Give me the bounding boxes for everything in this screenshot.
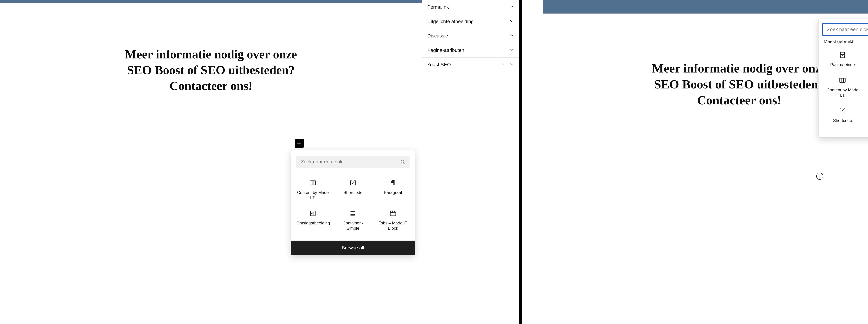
plus-icon <box>818 174 822 178</box>
chevron-up-icon <box>500 62 504 68</box>
plus-icon <box>296 140 302 146</box>
search-icon <box>400 159 405 164</box>
block-pagina-einde[interactable]: Pagina-einde <box>820 46 865 72</box>
panel-yoast-seo[interactable]: Yoast SEO <box>422 58 519 72</box>
heading-line: SEO Boost of SEO uitbesteden? <box>127 63 295 77</box>
block-tabs-madeit[interactable]: Tabs – Made IT Block <box>373 205 413 235</box>
chevron-down-icon <box>509 47 514 53</box>
heading-line: SEO Boost of SEO uitbesteden? <box>654 77 824 91</box>
editor-canvas[interactable]: Meer informatie nodig over onze SEO Boos… <box>0 0 422 324</box>
heading-line: Meer informatie nodig over onze <box>652 61 826 75</box>
shortcode-icon <box>349 179 356 187</box>
page-heading: Meer informatie nodig over onze SEO Boos… <box>107 46 315 94</box>
tabs-icon <box>390 209 397 217</box>
heading-line: Contacteer ons! <box>169 79 252 93</box>
editor-canvas[interactable]: Meer informatie nodig over onze SEO Boos… <box>522 0 868 324</box>
block-search-input[interactable]: Zoek naar een blok <box>296 156 409 168</box>
columns-icon <box>309 179 316 187</box>
chevron-down-icon <box>509 19 514 25</box>
block-paragraaf[interactable]: Paragraaf <box>373 174 413 205</box>
search-placeholder: Zoek naar een blok <box>827 27 868 32</box>
block-meer[interactable]: Meer <box>865 102 868 133</box>
block-inserter-popover: Zoek naar een blok Meest gebruikt Pagina… <box>818 19 868 137</box>
search-placeholder: Zoek naar een blok <box>301 159 342 165</box>
pilcrow-icon <box>390 179 397 187</box>
shortcode-icon <box>839 107 846 115</box>
block-content-madeit[interactable]: Content by Made I.T. <box>293 174 333 205</box>
block-omslagafbeelding[interactable]: Omslagafbeelding <box>293 205 333 235</box>
add-block-button[interactable] <box>294 139 304 148</box>
block-shortcode[interactable]: Shortcode <box>820 102 865 133</box>
block-content-madeit[interactable]: Content by Made I.T. <box>820 72 865 102</box>
block-inserter-popover: Zoek naar een blok Content by Made I.T. … <box>291 150 415 255</box>
block-afbeelding[interactable]: Afbeelding <box>865 72 868 102</box>
block-search-input[interactable]: Zoek naar een blok <box>823 23 868 36</box>
image-divider <box>519 0 522 324</box>
inserter-section-title[interactable]: Meest gebruikt <box>818 39 868 46</box>
pagebreak-icon <box>839 51 846 59</box>
lines-icon <box>349 209 356 217</box>
heading-line: Meer informatie nodig over onze <box>125 47 297 61</box>
block-container-simple[interactable]: Container - Simple <box>333 205 373 235</box>
browse-all-button[interactable]: Browse all <box>291 240 415 255</box>
block-paragraaf[interactable]: Paragraaf <box>865 46 868 72</box>
panel-page-attributes[interactable]: Pagina-attributen <box>422 43 519 58</box>
cover-icon <box>309 209 316 217</box>
add-block-button[interactable] <box>816 173 823 180</box>
chevron-down-icon <box>509 62 514 68</box>
left-editor-pane: Meer informatie nodig over onze SEO Boos… <box>0 0 519 324</box>
heading-line: Contacteer ons! <box>697 93 781 107</box>
columns-icon <box>839 76 846 84</box>
chevron-down-icon <box>509 4 514 10</box>
settings-sidebar: Permalink Uitgelichte afbeelding Discuss… <box>422 0 519 324</box>
block-shortcode[interactable]: Shortcode <box>333 174 373 205</box>
right-editor-pane: Meer informatie nodig over onze SEO Boos… <box>522 0 868 324</box>
chevron-down-icon <box>509 33 514 39</box>
panel-featured-image[interactable]: Uitgelichte afbeelding <box>422 14 519 29</box>
panel-discussion[interactable]: Discussie <box>422 29 519 43</box>
panel-permalink[interactable]: Permalink <box>422 0 519 14</box>
page-heading: Meer informatie nodig over onze SEO Boos… <box>630 60 848 108</box>
